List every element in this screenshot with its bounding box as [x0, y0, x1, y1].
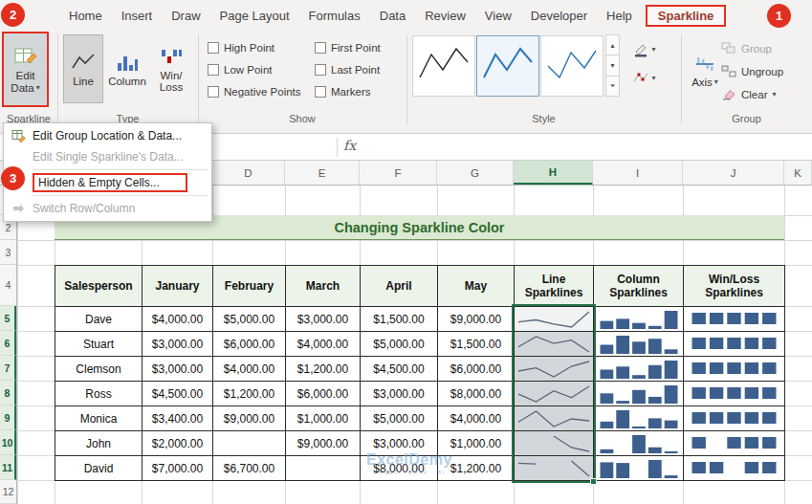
table-header-salesperson[interactable]: Salesperson — [55, 266, 143, 307]
cell-H7[interactable] — [515, 357, 594, 382]
cell-D7[interactable]: $4,000.00 — [213, 357, 286, 382]
cell-C8[interactable]: $4,500.00 — [143, 382, 213, 406]
table-header-march[interactable]: March — [286, 266, 361, 307]
cell-C6[interactable]: $3,000.00 — [143, 332, 213, 357]
cell-I5[interactable] — [594, 307, 684, 332]
cell-H6[interactable] — [515, 332, 594, 357]
cell-D5[interactable]: $5,000.00 — [213, 307, 286, 332]
row-header-3[interactable]: 3 — [0, 240, 16, 265]
row-header-11[interactable]: 11 — [0, 455, 16, 480]
table-header-line-sparklines[interactable]: Line Sparklines — [515, 266, 594, 307]
tab-page-layout[interactable]: Page Layout — [210, 6, 299, 26]
gallery-up-button[interactable]: ▲ — [605, 34, 620, 55]
style-swatch-3[interactable] — [540, 35, 604, 97]
tab-help[interactable]: Help — [597, 6, 642, 26]
cell-E11[interactable] — [286, 456, 361, 481]
cell-F8[interactable]: $3,000.00 — [361, 382, 438, 406]
cell-J6[interactable] — [684, 332, 785, 357]
column-header-D[interactable]: D — [212, 161, 285, 185]
cell-C10[interactable]: $2,000.00 — [143, 431, 213, 456]
cell-D10[interactable] — [213, 431, 286, 456]
cell-E8[interactable]: $6,000.00 — [286, 382, 361, 406]
tab-draw[interactable]: Draw — [162, 6, 209, 26]
column-header-I[interactable]: I — [593, 161, 683, 185]
cell-B6[interactable]: Stuart — [55, 332, 143, 357]
cell-I7[interactable] — [594, 357, 684, 382]
cell-H8[interactable] — [515, 382, 594, 406]
cell-B7[interactable]: Clemson — [55, 357, 143, 382]
checkbox-negative-points[interactable]: Negative Points — [208, 84, 301, 99]
cell-G9[interactable]: $4,000.00 — [438, 406, 515, 431]
line-type-button[interactable]: Line — [63, 34, 103, 103]
table-header-april[interactable]: April — [361, 266, 438, 307]
checkbox-high-point[interactable]: High Point — [208, 40, 301, 55]
cell-G8[interactable]: $8,000.00 — [438, 382, 515, 406]
cell-H11[interactable] — [515, 456, 594, 481]
cell-C9[interactable]: $3,400.00 — [143, 406, 213, 431]
tab-review[interactable]: Review — [415, 6, 475, 26]
cell-G6[interactable]: $1,500.00 — [438, 332, 515, 357]
column-header-G[interactable]: G — [437, 161, 514, 185]
cell-B8[interactable]: Ross — [55, 382, 143, 406]
tab-formulas[interactable]: Formulas — [299, 6, 370, 26]
cell-B9[interactable]: Monica — [55, 406, 143, 431]
column-header-J[interactable]: J — [683, 161, 784, 185]
cell-I6[interactable] — [594, 332, 684, 357]
row-header-12[interactable]: 12 — [0, 480, 16, 504]
cell-E7[interactable]: $1,200.00 — [286, 357, 361, 382]
cell-E6[interactable]: $4,000.00 — [286, 332, 361, 357]
table-header-column-sparklines[interactable]: Column Sparklines — [594, 266, 684, 307]
cell-F5[interactable]: $1,500.00 — [361, 307, 438, 332]
ungroup-button[interactable]: Ungroup — [721, 61, 809, 81]
cell-C11[interactable]: $7,000.00 — [143, 456, 213, 481]
tab-developer[interactable]: Developer — [521, 6, 597, 26]
cell-B5[interactable]: Dave — [55, 307, 143, 332]
table-header-may[interactable]: May — [438, 266, 515, 307]
cell-C7[interactable]: $3,000.00 — [143, 357, 213, 382]
tab-sparkline[interactable]: Sparkline — [646, 5, 727, 27]
cell-F7[interactable]: $4,500.00 — [361, 357, 438, 382]
gallery-down-button[interactable]: ▼ — [605, 55, 620, 76]
row-header-9[interactable]: 9 — [0, 405, 16, 430]
clear-button[interactable]: Clear ▾ — [721, 84, 809, 104]
cell-E10[interactable]: $9,000.00 — [286, 431, 361, 456]
cell-C5[interactable]: $4,000.00 — [143, 307, 213, 332]
cell-H5[interactable] — [515, 307, 594, 332]
checkbox-last-point[interactable]: Last Point — [315, 62, 381, 77]
cell-D8[interactable]: $1,200.00 — [213, 382, 286, 406]
row-header-8[interactable]: 8 — [0, 381, 16, 405]
cell-I8[interactable] — [594, 382, 684, 406]
table-header-january[interactable]: January — [143, 266, 213, 307]
column-header-F[interactable]: F — [360, 161, 437, 185]
cell-F11[interactable]: $8,000.00 — [361, 456, 438, 481]
tab-data[interactable]: Data — [370, 6, 415, 26]
cell-B10[interactable]: John — [55, 431, 143, 456]
table-header-win-loss-sparklines[interactable]: Win/Loss Sparklines — [684, 266, 785, 307]
tab-home[interactable]: Home — [59, 6, 112, 26]
selection-fill-handle[interactable] — [590, 478, 597, 485]
cell-J11[interactable] — [684, 456, 785, 481]
row-header-5[interactable]: 5 — [0, 306, 16, 331]
column-header-H[interactable]: H — [514, 161, 593, 185]
cell-I10[interactable] — [594, 431, 684, 456]
winloss-type-button[interactable]: Win/ Loss — [151, 34, 191, 103]
cell-G11[interactable]: $1,200.00 — [438, 456, 515, 481]
cell-J8[interactable] — [684, 382, 785, 406]
style-swatch-1[interactable] — [412, 35, 475, 97]
cell-I9[interactable] — [594, 406, 684, 431]
edit-data-button[interactable]: Edit Data ▾ — [2, 32, 49, 107]
cell-E5[interactable]: $3,000.00 — [286, 307, 361, 332]
tab-view[interactable]: View — [475, 6, 521, 26]
cell-F6[interactable]: $5,000.00 — [361, 332, 438, 357]
cell-G7[interactable]: $6,000.00 — [438, 357, 515, 382]
sparkline-color-button[interactable]: ▾ — [626, 38, 663, 61]
axis-button[interactable]: Axis ▾ — [687, 34, 723, 105]
cell-D11[interactable]: $6,700.00 — [213, 456, 286, 481]
table-header-february[interactable]: February — [213, 266, 286, 307]
row-header-10[interactable]: 10 — [0, 430, 16, 455]
cell-D9[interactable]: $9,000.00 — [213, 406, 286, 431]
marker-color-button[interactable]: ▾ — [626, 67, 663, 90]
cell-D6[interactable]: $6,000.00 — [213, 332, 286, 357]
tab-insert[interactable]: Insert — [112, 6, 163, 26]
cell-G10[interactable]: $1,000.00 — [438, 431, 515, 456]
